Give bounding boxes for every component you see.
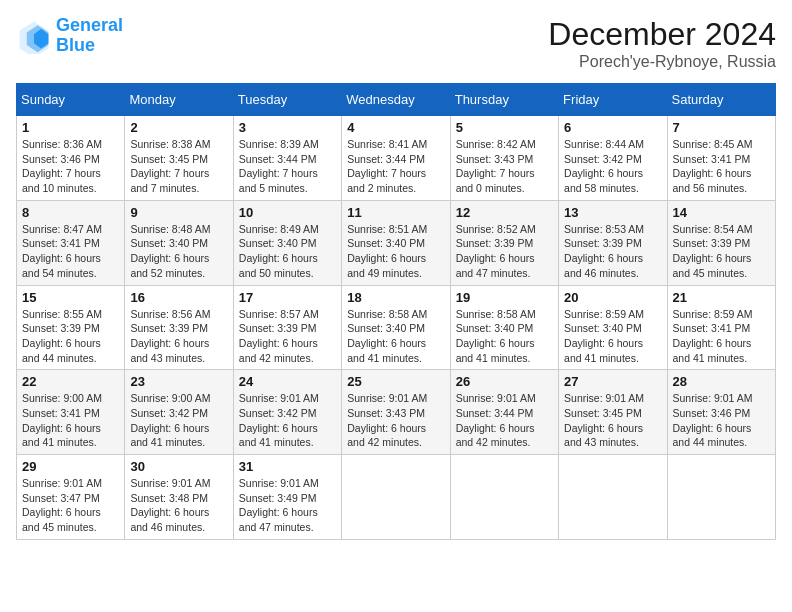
day-info: Sunrise: 9:01 AM Sunset: 3:48 PM Dayligh…	[130, 476, 227, 535]
logo-icon	[16, 18, 52, 54]
day-info: Sunrise: 8:51 AM Sunset: 3:40 PM Dayligh…	[347, 222, 444, 281]
calendar-week-1: 1Sunrise: 8:36 AM Sunset: 3:46 PM Daylig…	[17, 116, 776, 201]
day-number: 26	[456, 374, 553, 389]
day-number: 29	[22, 459, 119, 474]
weekday-header-saturday: Saturday	[667, 84, 775, 116]
calendar-cell: 24Sunrise: 9:01 AM Sunset: 3:42 PM Dayli…	[233, 370, 341, 455]
day-info: Sunrise: 9:00 AM Sunset: 3:41 PM Dayligh…	[22, 391, 119, 450]
calendar-cell: 29Sunrise: 9:01 AM Sunset: 3:47 PM Dayli…	[17, 455, 125, 540]
calendar-cell: 21Sunrise: 8:59 AM Sunset: 3:41 PM Dayli…	[667, 285, 775, 370]
day-info: Sunrise: 8:55 AM Sunset: 3:39 PM Dayligh…	[22, 307, 119, 366]
calendar-cell: 17Sunrise: 8:57 AM Sunset: 3:39 PM Dayli…	[233, 285, 341, 370]
title-area: December 2024 Porech'ye-Rybnoye, Russia	[548, 16, 776, 71]
day-number: 15	[22, 290, 119, 305]
day-number: 28	[673, 374, 770, 389]
day-info: Sunrise: 9:01 AM Sunset: 3:47 PM Dayligh…	[22, 476, 119, 535]
day-info: Sunrise: 8:45 AM Sunset: 3:41 PM Dayligh…	[673, 137, 770, 196]
day-number: 21	[673, 290, 770, 305]
day-number: 14	[673, 205, 770, 220]
calendar-cell: 9Sunrise: 8:48 AM Sunset: 3:40 PM Daylig…	[125, 200, 233, 285]
calendar-cell: 19Sunrise: 8:58 AM Sunset: 3:40 PM Dayli…	[450, 285, 558, 370]
calendar-cell: 13Sunrise: 8:53 AM Sunset: 3:39 PM Dayli…	[559, 200, 667, 285]
day-info: Sunrise: 8:59 AM Sunset: 3:40 PM Dayligh…	[564, 307, 661, 366]
calendar-cell: 7Sunrise: 8:45 AM Sunset: 3:41 PM Daylig…	[667, 116, 775, 201]
logo-line2: Blue	[56, 35, 95, 55]
calendar-cell: 2Sunrise: 8:38 AM Sunset: 3:45 PM Daylig…	[125, 116, 233, 201]
calendar-week-5: 29Sunrise: 9:01 AM Sunset: 3:47 PM Dayli…	[17, 455, 776, 540]
weekday-header-wednesday: Wednesday	[342, 84, 450, 116]
day-number: 31	[239, 459, 336, 474]
day-number: 18	[347, 290, 444, 305]
day-info: Sunrise: 9:01 AM Sunset: 3:45 PM Dayligh…	[564, 391, 661, 450]
day-info: Sunrise: 8:57 AM Sunset: 3:39 PM Dayligh…	[239, 307, 336, 366]
calendar-cell: 11Sunrise: 8:51 AM Sunset: 3:40 PM Dayli…	[342, 200, 450, 285]
day-number: 19	[456, 290, 553, 305]
calendar-cell: 25Sunrise: 9:01 AM Sunset: 3:43 PM Dayli…	[342, 370, 450, 455]
calendar-cell: 14Sunrise: 8:54 AM Sunset: 3:39 PM Dayli…	[667, 200, 775, 285]
calendar-cell: 26Sunrise: 9:01 AM Sunset: 3:44 PM Dayli…	[450, 370, 558, 455]
day-number: 24	[239, 374, 336, 389]
day-number: 27	[564, 374, 661, 389]
day-number: 30	[130, 459, 227, 474]
month-title: December 2024	[548, 16, 776, 53]
day-number: 10	[239, 205, 336, 220]
weekday-header-friday: Friday	[559, 84, 667, 116]
day-number: 8	[22, 205, 119, 220]
calendar-cell: 5Sunrise: 8:42 AM Sunset: 3:43 PM Daylig…	[450, 116, 558, 201]
day-info: Sunrise: 9:01 AM Sunset: 3:43 PM Dayligh…	[347, 391, 444, 450]
calendar-cell: 1Sunrise: 8:36 AM Sunset: 3:46 PM Daylig…	[17, 116, 125, 201]
day-number: 7	[673, 120, 770, 135]
day-info: Sunrise: 8:49 AM Sunset: 3:40 PM Dayligh…	[239, 222, 336, 281]
day-number: 1	[22, 120, 119, 135]
calendar-cell	[450, 455, 558, 540]
day-number: 11	[347, 205, 444, 220]
calendar-cell: 23Sunrise: 9:00 AM Sunset: 3:42 PM Dayli…	[125, 370, 233, 455]
day-number: 13	[564, 205, 661, 220]
calendar-cell: 20Sunrise: 8:59 AM Sunset: 3:40 PM Dayli…	[559, 285, 667, 370]
weekday-header-tuesday: Tuesday	[233, 84, 341, 116]
calendar-cell	[342, 455, 450, 540]
calendar-cell: 12Sunrise: 8:52 AM Sunset: 3:39 PM Dayli…	[450, 200, 558, 285]
day-info: Sunrise: 9:00 AM Sunset: 3:42 PM Dayligh…	[130, 391, 227, 450]
day-info: Sunrise: 9:01 AM Sunset: 3:49 PM Dayligh…	[239, 476, 336, 535]
day-info: Sunrise: 8:58 AM Sunset: 3:40 PM Dayligh…	[347, 307, 444, 366]
day-info: Sunrise: 8:53 AM Sunset: 3:39 PM Dayligh…	[564, 222, 661, 281]
calendar-cell	[559, 455, 667, 540]
day-info: Sunrise: 8:59 AM Sunset: 3:41 PM Dayligh…	[673, 307, 770, 366]
day-number: 3	[239, 120, 336, 135]
logo-line1: General	[56, 15, 123, 35]
calendar-week-4: 22Sunrise: 9:00 AM Sunset: 3:41 PM Dayli…	[17, 370, 776, 455]
page-header: General Blue December 2024 Porech'ye-Ryb…	[16, 16, 776, 71]
weekday-header-thursday: Thursday	[450, 84, 558, 116]
day-info: Sunrise: 8:42 AM Sunset: 3:43 PM Dayligh…	[456, 137, 553, 196]
calendar-cell: 8Sunrise: 8:47 AM Sunset: 3:41 PM Daylig…	[17, 200, 125, 285]
day-number: 23	[130, 374, 227, 389]
calendar-table: SundayMondayTuesdayWednesdayThursdayFrid…	[16, 83, 776, 540]
day-number: 2	[130, 120, 227, 135]
calendar-cell: 15Sunrise: 8:55 AM Sunset: 3:39 PM Dayli…	[17, 285, 125, 370]
day-info: Sunrise: 9:01 AM Sunset: 3:46 PM Dayligh…	[673, 391, 770, 450]
day-info: Sunrise: 8:47 AM Sunset: 3:41 PM Dayligh…	[22, 222, 119, 281]
day-info: Sunrise: 8:44 AM Sunset: 3:42 PM Dayligh…	[564, 137, 661, 196]
day-info: Sunrise: 8:36 AM Sunset: 3:46 PM Dayligh…	[22, 137, 119, 196]
calendar-cell: 3Sunrise: 8:39 AM Sunset: 3:44 PM Daylig…	[233, 116, 341, 201]
day-info: Sunrise: 8:58 AM Sunset: 3:40 PM Dayligh…	[456, 307, 553, 366]
logo: General Blue	[16, 16, 123, 56]
calendar-cell: 27Sunrise: 9:01 AM Sunset: 3:45 PM Dayli…	[559, 370, 667, 455]
calendar-week-3: 15Sunrise: 8:55 AM Sunset: 3:39 PM Dayli…	[17, 285, 776, 370]
day-number: 22	[22, 374, 119, 389]
day-info: Sunrise: 8:54 AM Sunset: 3:39 PM Dayligh…	[673, 222, 770, 281]
logo-text-block: General Blue	[56, 16, 123, 56]
calendar-cell: 18Sunrise: 8:58 AM Sunset: 3:40 PM Dayli…	[342, 285, 450, 370]
day-number: 6	[564, 120, 661, 135]
weekday-header-sunday: Sunday	[17, 84, 125, 116]
calendar-cell: 31Sunrise: 9:01 AM Sunset: 3:49 PM Dayli…	[233, 455, 341, 540]
day-number: 12	[456, 205, 553, 220]
day-number: 25	[347, 374, 444, 389]
logo-text: General Blue	[56, 16, 123, 56]
calendar-cell	[667, 455, 775, 540]
day-info: Sunrise: 8:38 AM Sunset: 3:45 PM Dayligh…	[130, 137, 227, 196]
calendar-week-2: 8Sunrise: 8:47 AM Sunset: 3:41 PM Daylig…	[17, 200, 776, 285]
day-info: Sunrise: 8:56 AM Sunset: 3:39 PM Dayligh…	[130, 307, 227, 366]
day-info: Sunrise: 8:52 AM Sunset: 3:39 PM Dayligh…	[456, 222, 553, 281]
